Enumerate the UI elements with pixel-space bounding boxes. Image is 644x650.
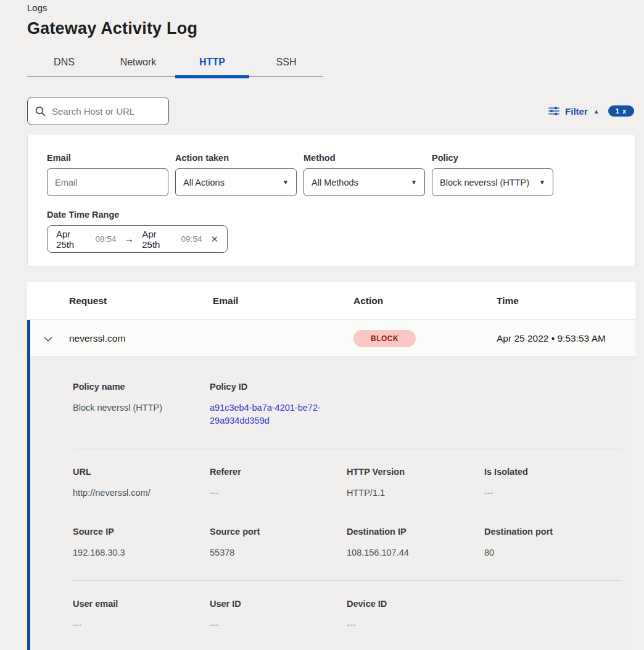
referer-label: Referer [210, 467, 347, 477]
email-filter-input[interactable] [55, 178, 160, 187]
action-filter-label: Action taken [175, 153, 297, 163]
search-input[interactable] [52, 106, 161, 117]
source-ip-label: Source IP [73, 527, 210, 537]
policy-id-field: Policy ID a91c3eb4-ba7a-4201-be72-29a934… [210, 382, 347, 427]
log-entry-details: Policy name Block neverssl (HTTP) Policy… [30, 357, 635, 650]
tab-network[interactable]: Network [101, 51, 175, 76]
controls-row: Filter ▲ 1 x [27, 97, 635, 125]
method-filter-field: Method All Methods ▼ [303, 153, 425, 196]
source-ip-field: Source IP 192.168.30.3 [73, 527, 210, 559]
filter-toggle-button[interactable]: Filter [565, 106, 588, 117]
policy-filter-label: Policy [432, 153, 553, 163]
search-icon [35, 106, 46, 117]
tab-dns[interactable]: DNS [27, 51, 101, 76]
chevron-down-icon: ▼ [283, 179, 289, 186]
url-value: http://neverssl.com/ [73, 487, 210, 500]
email-filter-field: Email [47, 153, 168, 196]
breadcrumb[interactable]: Logs [27, 2, 635, 13]
destination-port-label: Destination port [484, 527, 622, 537]
url-label: URL [73, 467, 210, 477]
start-date[interactable]: Apr 25th [56, 229, 89, 250]
is-isolated-label: Is Isolated [484, 467, 622, 477]
source-ip-value: 192.168.30.3 [73, 546, 210, 559]
block-status-badge: BLOCK [353, 330, 416, 347]
filter-count-badge[interactable]: 1 x [608, 105, 634, 117]
tab-http[interactable]: HTTP [175, 51, 249, 76]
user-id-value: --- [210, 619, 347, 631]
column-header-action[interactable]: Action [353, 295, 497, 306]
device-id-label: Device ID [347, 599, 484, 609]
chevron-up-icon[interactable]: ▲ [593, 108, 600, 115]
policy-name-label: Policy name [73, 382, 210, 392]
device-id-field: Device ID --- [347, 599, 484, 631]
filter-panel: Email Action taken All Actions ▼ Method … [27, 134, 635, 266]
end-time[interactable]: 09:54 [181, 234, 202, 244]
policy-filter-field: Policy Block neverssl (HTTP) ▼ [432, 153, 553, 196]
method-filter-value: All Methods [312, 178, 358, 187]
referer-value: --- [210, 487, 347, 500]
action-filter-value: All Actions [183, 178, 225, 187]
column-header-time[interactable]: Time [497, 295, 635, 306]
filter-controls: Filter ▲ 1 x [548, 105, 635, 117]
start-time[interactable]: 08:54 [95, 234, 116, 244]
user-id-label: User ID [210, 599, 347, 609]
policy-id-label: Policy ID [210, 382, 347, 392]
tab-ssh[interactable]: SSH [249, 51, 323, 76]
request-cell: neverssl.com [69, 333, 213, 344]
page-title: Gateway Activity Log [27, 19, 635, 38]
search-box[interactable] [27, 97, 169, 125]
gateway-activity-log-page: Logs Gateway Activity Log DNS Network HT… [0, 0, 644, 650]
time-cell: Apr 25 2022 • 9:53:53 AM [497, 333, 635, 344]
log-type-tabs: DNS Network HTTP SSH [27, 51, 323, 77]
user-email-label: User email [73, 599, 210, 609]
action-cell: BLOCK [353, 330, 497, 347]
method-filter-select[interactable]: All Methods ▼ [303, 168, 425, 196]
device-id-value: --- [347, 619, 484, 631]
is-isolated-value: --- [484, 487, 622, 500]
destination-ip-value: 108.156.107.44 [347, 546, 484, 559]
table-header-row: Request Email Action Time [27, 282, 635, 320]
table-row[interactable]: neverssl.com BLOCK Apr 25 2022 • 9:53:53… [30, 320, 635, 357]
source-port-field: Source port 55378 [210, 527, 347, 559]
action-filter-select[interactable]: All Actions ▼ [175, 168, 297, 196]
column-header-email[interactable]: Email [213, 295, 353, 306]
chevron-down-icon: ▼ [411, 179, 417, 186]
activity-log-table: Request Email Action Time neverssl.com B… [27, 282, 635, 650]
is-isolated-field: Is Isolated --- [484, 467, 622, 500]
user-id-field: User ID --- [210, 599, 347, 631]
referer-field: Referer --- [210, 467, 347, 500]
policy-id-link[interactable]: a91c3eb4-ba7a-4201-be72-29a934dd359d [210, 401, 328, 427]
method-filter-label: Method [303, 153, 425, 163]
http-version-value: HTTP/1.1 [347, 487, 484, 500]
destination-ip-field: Destination IP 108.156.107.44 [347, 527, 484, 559]
end-date[interactable]: Apr 25th [142, 229, 175, 250]
user-email-value: --- [73, 619, 210, 631]
clear-date-range-icon[interactable]: ✕ [210, 234, 218, 245]
source-port-value: 55378 [210, 546, 347, 559]
url-field: URL http://neverssl.com/ [73, 467, 210, 500]
email-filter-label: Email [47, 153, 168, 163]
destination-port-field: Destination port 80 [484, 527, 622, 559]
collapse-row-chevron-icon[interactable] [44, 334, 52, 345]
filter-icon[interactable] [548, 106, 559, 116]
date-range-label: Date Time Range [47, 210, 616, 220]
http-version-label: HTTP Version [347, 467, 484, 477]
date-range-picker[interactable]: Apr 25th 08:54 → Apr 25th 09:54 ✕ [47, 225, 228, 253]
chevron-down-icon: ▼ [539, 179, 545, 186]
expanded-log-entry: neverssl.com BLOCK Apr 25 2022 • 9:53:53… [27, 320, 635, 650]
destination-ip-label: Destination IP [347, 527, 484, 537]
column-header-request[interactable]: Request [69, 295, 213, 306]
policy-filter-value: Block neverssl (HTTP) [440, 178, 529, 187]
destination-port-value: 80 [484, 546, 622, 559]
action-filter-field: Action taken All Actions ▼ [175, 153, 297, 196]
policy-filter-select[interactable]: Block neverssl (HTTP) ▼ [432, 168, 553, 196]
date-range-field: Date Time Range Apr 25th 08:54 → Apr 25t… [47, 210, 616, 253]
arrow-right-icon: → [122, 234, 136, 245]
user-email-field: User email --- [73, 599, 210, 631]
policy-name-value: Block neverssl (HTTP) [73, 401, 210, 414]
policy-name-field: Policy name Block neverssl (HTTP) [73, 382, 210, 427]
http-version-field: HTTP Version HTTP/1.1 [347, 467, 484, 500]
source-port-label: Source port [210, 527, 347, 537]
